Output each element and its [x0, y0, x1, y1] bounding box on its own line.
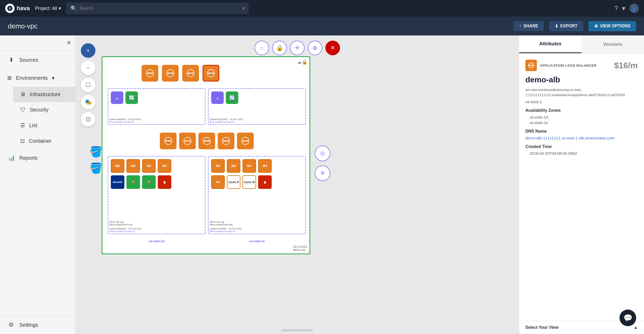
dns-section-title: DNS Name [525, 129, 638, 134]
horizontal-scrollbar[interactable] [282, 329, 313, 331]
ec2-m4-7[interactable]: M4 [242, 159, 256, 173]
vpc-diagram[interactable]: ☁ 🔒 ⟁ [102, 56, 310, 254]
alb-icon-4-selected[interactable] [203, 65, 219, 82]
sub-header: demo-vpc ↑ SHARE ⬇ EXPORT ⚙ VIEW OPTIONS [0, 17, 644, 35]
scene-tool-button[interactable]: 🎭 [81, 95, 95, 109]
route53-icon[interactable]: ✛ [315, 165, 330, 181]
sidebar-item-environments[interactable]: ⊞ Environments ▾ [0, 69, 75, 87]
resource-type-label: APPLICATION LOAD BALANCER [540, 64, 597, 67]
ecr-icon-1[interactable]: 📋 [158, 175, 171, 189]
private-subnet-1[interactable]: M4 M4 M4 M4 MariaDB 📦 📦 📋 demo-rds-sng d… [108, 156, 205, 234]
dropdown-icon[interactable]: ▾ [622, 5, 625, 12]
ecr-icon-2[interactable]: 📋 [258, 175, 272, 189]
ec2-m4-6[interactable]: M4 [227, 159, 240, 173]
svg-point-24 [187, 140, 188, 142]
undo-icon[interactable]: ∩ [254, 41, 269, 55]
router-icon-1[interactable]: ⟁ [111, 91, 123, 104]
move-icon[interactable]: ✛ [290, 41, 305, 55]
resource-arn: arn:aws:elasticloadbalancing:us-east-1:1… [525, 87, 638, 97]
alb-icon-1[interactable] [142, 65, 158, 82]
add-button[interactable]: + [81, 43, 95, 58]
svg-point-27 [204, 140, 205, 142]
list-icon: ☰ [20, 122, 25, 128]
ecs-icon-1[interactable]: 📦 [126, 175, 140, 189]
chat-bubble[interactable]: 💬 [619, 310, 636, 326]
project-selector[interactable]: Project: All ▾ [35, 5, 61, 11]
svg-point-2 [149, 72, 151, 74]
ec2-m4-1[interactable]: M4 [111, 159, 124, 173]
sidebar-header: ✕ [0, 35, 75, 51]
private-subnet-2[interactable]: M4 M4 M4 M4 M4 Cache R Cache M 📋 demo-rd… [208, 156, 306, 234]
dns-link[interactable]: demo-alb-11111111.us-east-1.elb.amazonaw… [525, 136, 638, 140]
search-input[interactable] [80, 6, 240, 11]
tg-icon-5[interactable] [237, 133, 254, 149]
alb-icon-3[interactable] [182, 65, 199, 82]
sidebar-item-security[interactable]: 🛡 Security [13, 102, 75, 117]
svg-point-20 [167, 140, 169, 142]
export-button[interactable]: ⬇ EXPORT [549, 21, 583, 31]
public-subnet-1[interactable]: ⟁ 🔄 subnet-2fe8289 - 10.20.0.0/24 demo-p… [108, 88, 205, 125]
nat-icon-1[interactable]: 🔄 [125, 91, 138, 104]
az-labels: us-east-1d us-east-1e [108, 239, 306, 243]
help-icon[interactable]: ? [615, 5, 618, 12]
snapshot-button[interactable]: ⊡ [81, 112, 95, 127]
share-button[interactable]: ↑ SHARE [514, 21, 544, 31]
created-time-value: 2018-04-20T04:08:50.090Z [525, 151, 638, 156]
tg-icon-2[interactable] [179, 133, 196, 149]
sidebar-item-container[interactable]: ⊡ Container [13, 133, 75, 149]
sidebar-item-sources[interactable]: ⬇ Sources [0, 51, 75, 69]
router-icon-2[interactable]: ⟁ [211, 91, 224, 104]
tg-icon-3[interactable] [198, 133, 215, 149]
s3-bucket-1[interactable]: 🪣 [89, 146, 102, 158]
alb-icon-2[interactable] [162, 65, 179, 82]
ec2-m4-8[interactable]: M4 [258, 159, 272, 173]
sidebar-item-infrastructure[interactable]: 🖥 Infrastructure [13, 87, 75, 102]
subnet-1-icons: ⟁ 🔄 [111, 91, 202, 104]
ec2-m4-5[interactable]: M4 [211, 159, 225, 173]
tab-attributes[interactable]: Attributes [519, 35, 582, 53]
container-icon: ⊡ [20, 138, 25, 144]
resource-type-icon [525, 60, 537, 71]
sidebar-item-list[interactable]: ☰ List [13, 117, 75, 133]
elasticache-m-icon[interactable]: Cache M [242, 175, 256, 189]
ec2-m4-4[interactable]: M4 [158, 159, 171, 173]
filter-icon[interactable]: ▾ [242, 5, 245, 11]
ec2-m4-3[interactable]: M4 [142, 159, 156, 173]
tg-icon-4[interactable] [218, 133, 234, 149]
s3-bucket-2[interactable]: 🪣 [89, 162, 102, 174]
elasticache-r-icon[interactable]: Cache R [227, 175, 240, 189]
page-title: demo-vpc [8, 22, 508, 30]
svg-point-32 [225, 140, 227, 142]
rds-icon[interactable]: M4 [211, 175, 225, 189]
lock-icon[interactable]: 🔒 [272, 41, 287, 55]
nat-icon-2[interactable]: 🔄 [226, 91, 238, 104]
pan-icon[interactable]: ⊕ [308, 41, 322, 55]
delete-icon[interactable]: ✕ [325, 41, 340, 55]
cloudwatch-icon[interactable]: ⊙ [315, 146, 330, 161]
ec2-m4-2[interactable]: M4 [126, 159, 140, 173]
mariadb-icon[interactable]: MariaDB [111, 175, 124, 189]
zoom-out-button[interactable]: − [81, 60, 95, 75]
svg-point-33 [227, 140, 229, 142]
box-tool-button[interactable]: ☐ [81, 78, 95, 92]
public-subnet-2[interactable]: ⟁ 🔄 subnet-b23c2831 - 10.20.1.0/24 demo-… [208, 88, 306, 125]
sidebar-item-reports[interactable]: 📊 Reports [0, 149, 75, 167]
tab-versions[interactable]: Versions [582, 35, 644, 53]
ecs-icon-2[interactable]: 📦 [142, 175, 156, 189]
sidebar-item-settings[interactable]: ⚙ Settings [0, 316, 75, 334]
chevron-up-icon: ▲ [634, 325, 638, 330]
user-avatar[interactable]: 👤 [629, 4, 639, 13]
view-options-button[interactable]: ⚙ VIEW OPTIONS [588, 21, 636, 31]
search-bar[interactable]: 🔍 ▾ [66, 3, 249, 14]
svg-point-37 [247, 140, 248, 142]
canvas-area[interactable]: ∩ 🔒 ✛ ⊕ ✕ + − ☐ 🎭 ⊡ ☁ 🔒 [76, 35, 519, 334]
main-layout: ✕ ⬇ Sources ⊞ Environments ▾ 🖥 Infrastru… [0, 35, 644, 334]
app-logo[interactable]: hava [5, 4, 30, 13]
ec2-grid-2: M4 M4 M4 M4 [211, 159, 303, 173]
close-button[interactable]: ✕ [66, 40, 71, 46]
svg-point-40 [531, 65, 532, 66]
tg-icon-1[interactable] [160, 133, 177, 149]
canvas-top-toolbar: ∩ 🔒 ✛ ⊕ ✕ [254, 41, 340, 55]
bucket-icons: 🪣 🪣 [89, 146, 102, 174]
vpc-bottom-label: 10.0.0.0/21 demo-vpc [293, 245, 307, 251]
